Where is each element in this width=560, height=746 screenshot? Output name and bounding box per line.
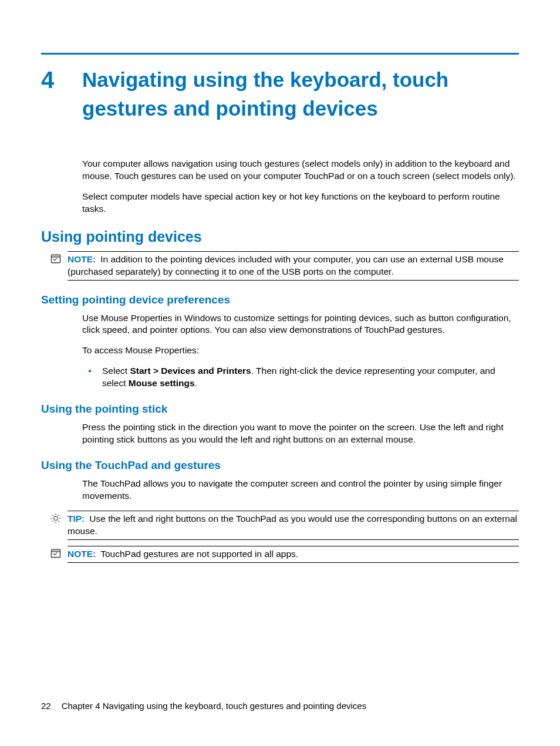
section-heading-using-pointing-devices: Using pointing devices — [41, 228, 519, 245]
note-icon — [50, 548, 62, 558]
note-callout-2: NOTE:TouchPad gestures are not supported… — [68, 546, 519, 563]
tip-label: TIP: — [68, 514, 85, 524]
note-text: In addition to the pointing devices incl… — [68, 254, 504, 276]
section2-p1: Use Mouse Properties in Windows to custo… — [82, 312, 519, 337]
section2-body: Use Mouse Properties in Windows to custo… — [82, 312, 519, 390]
tip-text: Use the left and right buttons on the To… — [68, 514, 517, 536]
intro-paragraph-2: Select computer models have special acti… — [82, 191, 519, 215]
note-text: TouchPad gestures are not supported in a… — [100, 549, 298, 559]
bullet-text-post: . — [195, 378, 197, 388]
section-heading-touchpad-gestures: Using the TouchPad and gestures — [41, 459, 519, 472]
tip-icon — [50, 512, 62, 523]
section3-p1: Press the pointing stick in the directio… — [82, 421, 519, 446]
bullet-bold-1: Start > Devices and Printers — [130, 366, 251, 376]
chapter-number: 4 — [41, 65, 82, 94]
bullet-text-pre: Select — [102, 366, 130, 376]
chapter-header: 4 Navigating using the keyboard, touch g… — [41, 65, 519, 123]
chapter-title: Navigating using the keyboard, touch ges… — [82, 65, 519, 123]
svg-point-1 — [54, 516, 58, 520]
section4-p1: The TouchPad allows you to navigate the … — [82, 478, 519, 502]
footer-text: Chapter 4 Navigating using the keyboard,… — [62, 701, 367, 711]
list-item: Select Start > Devices and Printers. The… — [82, 365, 519, 390]
note-label: NOTE: — [68, 254, 96, 264]
page-footer: 22Chapter 4 Navigating using the keyboar… — [41, 701, 366, 711]
bullet-bold-2: Mouse settings — [129, 378, 195, 388]
section-heading-pointing-stick: Using the pointing stick — [41, 403, 519, 416]
note-callout: NOTE:In addition to the pointing devices… — [68, 251, 519, 281]
top-rule — [41, 53, 519, 55]
section3-body: Press the pointing stick in the directio… — [82, 421, 519, 446]
intro-block: Your computer allows navigation using to… — [82, 158, 519, 215]
section-heading-setting-preferences: Setting pointing device preferences — [41, 293, 519, 306]
section4-body: The TouchPad allows you to navigate the … — [82, 478, 519, 502]
bullet-list: Select Start > Devices and Printers. The… — [82, 365, 519, 390]
document-page: 4 Navigating using the keyboard, touch g… — [0, 0, 560, 746]
section2-p2: To access Mouse Properties: — [82, 345, 519, 357]
page-number: 22 — [41, 701, 51, 711]
intro-paragraph-1: Your computer allows navigation using to… — [82, 158, 519, 183]
note-icon — [50, 253, 62, 264]
tip-callout: TIP:Use the left and right buttons on th… — [68, 511, 519, 540]
note-label: NOTE: — [68, 549, 96, 559]
